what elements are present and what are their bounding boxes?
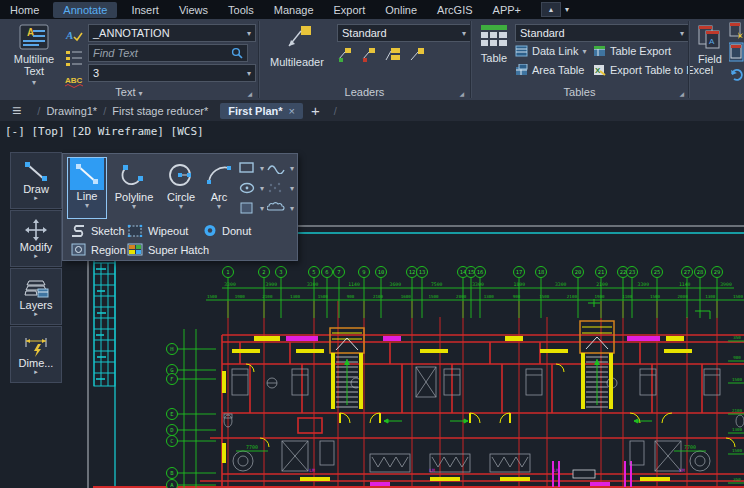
tool-rectangle[interactable]: ▾ xyxy=(239,162,264,174)
table-label: Table xyxy=(481,52,507,64)
table-export-label: Table Export xyxy=(610,45,671,57)
multileader-button[interactable]: Multileader xyxy=(265,24,329,68)
tool-circle[interactable]: Circle ▾ xyxy=(161,159,201,210)
panel-launcher-icon[interactable]: ◢ xyxy=(459,90,464,97)
menu-tab-annotate[interactable]: Annotate xyxy=(53,2,117,18)
chevron-down-icon: ▾ xyxy=(247,69,251,78)
table-style-select[interactable]: Standard ▾ xyxy=(515,24,689,42)
tool-region[interactable]: Region xyxy=(71,243,126,256)
search-icon[interactable] xyxy=(230,47,244,59)
area-table-button[interactable]: Area Table xyxy=(515,64,584,76)
text-style-select[interactable]: _ANNOTATION ▾ xyxy=(88,24,256,42)
selected-field-icon[interactable] xyxy=(729,43,743,61)
menu-tab-online[interactable]: Online xyxy=(375,2,427,18)
close-tab-icon[interactable]: × xyxy=(289,105,295,117)
remove-leader-icon[interactable] xyxy=(363,48,375,62)
palette-dimension-button[interactable]: Dime... ▸ xyxy=(10,326,62,383)
ribbon-options-caret-icon[interactable]: ▾ xyxy=(565,5,569,14)
tool-point[interactable]: ▾ xyxy=(267,182,294,194)
menu-tab-home[interactable]: Home xyxy=(0,2,49,18)
panel-title-leaders[interactable]: Leaders xyxy=(259,86,470,98)
find-text-input[interactable] xyxy=(89,47,230,59)
viewport-controls[interactable]: [-] [Top] [2D Wireframe] [WCS] xyxy=(5,125,204,138)
text-style-value: _ANNOTATION xyxy=(93,27,170,39)
svg-text:LM: LM xyxy=(553,468,559,473)
text-style-icon[interactable]: A xyxy=(65,29,82,41)
tab-menu-icon[interactable]: ≡ xyxy=(12,102,21,120)
tab-first-stage-reducer[interactable]: First stage reducer* xyxy=(112,105,208,117)
multileader-style-select[interactable]: Standard ▾ xyxy=(337,24,471,42)
svg-text:1300: 1300 xyxy=(484,294,495,299)
menu-tab-app-plus[interactable]: APP+ xyxy=(483,2,531,18)
svg-text:5: 5 xyxy=(312,269,315,275)
tool-arc[interactable]: Arc ▾ xyxy=(203,159,235,210)
menu-tab-insert[interactable]: Insert xyxy=(121,2,169,18)
svg-text:2000: 2000 xyxy=(678,294,689,299)
svg-text:1300: 1300 xyxy=(732,427,743,432)
menu-tab-tools[interactable]: Tools xyxy=(218,2,264,18)
tool-revision-cloud[interactable]: ▾ xyxy=(267,202,294,214)
collect-leaders-icon[interactable] xyxy=(411,48,424,60)
palette-layers-button[interactable]: Layers ▸ xyxy=(10,268,62,325)
tool-line[interactable]: Line ▾ xyxy=(67,157,107,219)
data-link-button[interactable]: Data Link ▾ xyxy=(515,45,587,57)
tool-sketch[interactable]: Sketch xyxy=(71,224,125,237)
grid-bubbles: 123567910121314151617182021222325272829 xyxy=(223,267,723,319)
chevron-down-icon: ▾ xyxy=(179,203,183,210)
panel-launcher-icon[interactable]: ◢ xyxy=(247,90,252,97)
tool-ellipse[interactable]: ▾ xyxy=(239,182,264,194)
svg-text:3300: 3300 xyxy=(307,282,319,287)
tool-hatch[interactable]: ▾ xyxy=(239,202,264,214)
svg-text:12: 12 xyxy=(409,269,416,275)
new-tab-button[interactable]: + xyxy=(311,102,320,119)
numbered-list-icon[interactable] xyxy=(66,51,82,66)
ribbon-collapse-button[interactable]: ▲ xyxy=(541,2,561,17)
text-tools-column[interactable]: A ABC xyxy=(64,27,84,93)
menu-tab-export[interactable]: Export xyxy=(324,2,376,18)
tool-polyline[interactable]: Polyline ▾ xyxy=(111,159,157,210)
draw-flyout-panel: Line ▾ Polyline ▾ Circle ▾ xyxy=(62,153,298,261)
palette-draw-button[interactable]: Draw ▸ xyxy=(10,152,62,209)
panel-title-tables[interactable]: Tables xyxy=(471,86,688,98)
find-text-box[interactable] xyxy=(88,44,248,62)
annotation-scale-select[interactable]: 3 ▾ xyxy=(88,64,256,82)
field-tools-column[interactable] xyxy=(729,21,744,91)
table-export-button[interactable]: Table Export xyxy=(593,45,671,57)
add-leader-icon[interactable] xyxy=(339,48,351,62)
multiline-text-button[interactable]: A Multiline Text ▾ xyxy=(8,24,60,89)
svg-text:1800: 1800 xyxy=(514,282,526,287)
leader-tools-row[interactable] xyxy=(337,46,433,64)
menu-tab-arcgis[interactable]: ArcGIS xyxy=(427,2,482,18)
model-space-canvas[interactable]: 123567910121314151617182021222325272829 … xyxy=(0,121,744,488)
svg-text:1500: 1500 xyxy=(428,294,439,299)
point-icon xyxy=(267,182,285,194)
table-button[interactable]: Table xyxy=(475,24,513,64)
chevron-down-icon: ▾ xyxy=(217,203,221,210)
tool-spline[interactable]: ▾ xyxy=(267,162,294,174)
svg-text:2100: 2100 xyxy=(373,294,384,299)
tab-first-plan-active[interactable]: First Plan* × xyxy=(220,103,303,119)
collapse-up-icon: ▲ xyxy=(548,6,555,13)
tab-drawing1[interactable]: Drawing1* xyxy=(46,105,97,117)
tool-super-hatch[interactable]: Super Hatch xyxy=(127,243,209,256)
menu-tab-views[interactable]: Views xyxy=(169,2,218,18)
tool-donut[interactable]: Donut xyxy=(203,224,251,237)
region-label: Region xyxy=(91,244,126,256)
svg-text:22: 22 xyxy=(620,269,627,275)
svg-text:27: 27 xyxy=(684,269,691,275)
panel-launcher-icon[interactable]: ◢ xyxy=(679,90,684,97)
panel-title-text[interactable]: Text ▾ xyxy=(0,86,258,98)
palette-modify-button[interactable]: Modify ▸ xyxy=(10,210,62,267)
dimension-text: 3300390033001140360075003300180033002100… xyxy=(206,282,744,300)
refresh-icon[interactable] xyxy=(731,70,742,80)
svg-text:1300: 1300 xyxy=(705,294,716,299)
svg-text:2000: 2000 xyxy=(456,294,467,299)
field-button[interactable]: A Field xyxy=(693,24,727,65)
chevron-down-icon: ▾ xyxy=(85,202,89,209)
align-leaders-icon[interactable] xyxy=(386,48,400,60)
tool-wipeout[interactable]: Wipeout xyxy=(127,224,188,237)
update-field-icon[interactable] xyxy=(730,23,743,39)
svg-text:3300: 3300 xyxy=(224,282,236,287)
svg-text:17: 17 xyxy=(516,269,523,275)
menu-tab-manage[interactable]: Manage xyxy=(264,2,324,18)
